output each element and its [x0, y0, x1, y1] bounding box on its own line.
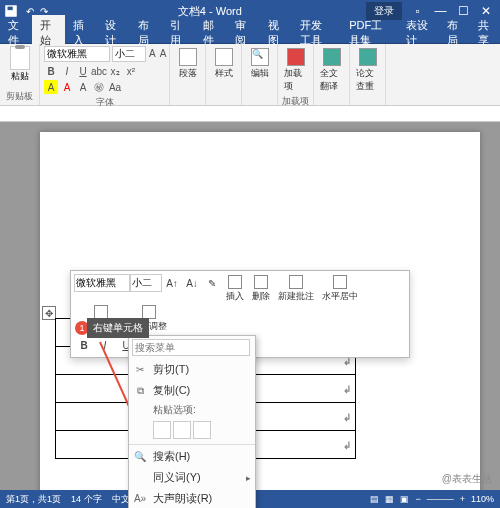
- table-cell[interactable]: ↲: [256, 431, 356, 459]
- paste-keep-icon[interactable]: [153, 421, 171, 439]
- paste-label: 粘贴: [11, 70, 29, 83]
- strike-icon[interactable]: abc: [92, 64, 106, 78]
- ruler[interactable]: [0, 106, 500, 122]
- font-color-icon[interactable]: A: [60, 80, 74, 94]
- svg-rect-1: [8, 7, 13, 11]
- char-shading-icon[interactable]: A: [76, 80, 90, 94]
- menu-copy[interactable]: ⧉复制(C): [129, 380, 255, 401]
- shrink-font-icon[interactable]: A: [159, 46, 168, 60]
- table-move-handle[interactable]: ✥: [42, 306, 56, 320]
- tab-tbllayout[interactable]: 布局: [439, 15, 471, 51]
- mini-bold-icon[interactable]: B: [74, 336, 94, 354]
- paste-icon[interactable]: [10, 46, 30, 70]
- clipboard-group: 剪贴板: [4, 90, 35, 103]
- zoom-out-icon[interactable]: −: [415, 494, 420, 504]
- mini-font-name[interactable]: [74, 274, 130, 292]
- tab-tbldesign[interactable]: 表设计: [398, 15, 439, 51]
- clear-format-icon[interactable]: Aa: [108, 80, 122, 94]
- thesis-button[interactable]: 论文查重: [354, 46, 381, 95]
- find-icon: 🔍: [251, 48, 269, 66]
- speaker-icon: A»: [133, 492, 147, 506]
- mini-paint-icon[interactable]: ✎: [202, 274, 222, 292]
- styles-button[interactable]: 样式: [210, 46, 237, 82]
- editing-button[interactable]: 🔍编辑: [246, 46, 273, 82]
- mini-halign-button[interactable]: 水平居中: [318, 274, 362, 304]
- watermark: @表表生活: [442, 472, 492, 486]
- paragraph-button[interactable]: 段落: [174, 46, 201, 82]
- cut-icon: ✂: [133, 363, 147, 377]
- zoom-level[interactable]: 110%: [471, 494, 494, 504]
- grow-font-icon[interactable]: A: [148, 46, 157, 60]
- mini-italic-icon[interactable]: I: [95, 336, 115, 354]
- table-cell[interactable]: ↲: [256, 403, 356, 431]
- highlight-icon[interactable]: A: [44, 80, 58, 94]
- enclose-icon[interactable]: ㊙: [92, 80, 106, 94]
- share-button[interactable]: 共享: [472, 15, 500, 51]
- mini-delete-button[interactable]: 删除: [248, 274, 274, 304]
- translate-button[interactable]: 全文翻译: [318, 46, 345, 95]
- paste-options: [129, 419, 255, 443]
- copy-icon: ⧉: [133, 384, 147, 398]
- paste-text-icon[interactable]: [193, 421, 211, 439]
- menu-readaloud[interactable]: A»大声朗读(R): [129, 488, 255, 508]
- mini-shrink-icon[interactable]: A↓: [182, 274, 202, 292]
- paste-options-label: 粘贴选项:: [129, 401, 255, 419]
- view-print-icon[interactable]: ▦: [385, 494, 394, 504]
- menu-cut[interactable]: ✂剪切(T): [129, 359, 255, 380]
- superscript-icon[interactable]: x²: [124, 64, 138, 78]
- menu-search-input[interactable]: [132, 339, 250, 356]
- zoom-in-icon[interactable]: +: [460, 494, 465, 504]
- menu-search[interactable]: 🔍搜索(H): [129, 446, 255, 467]
- bold-icon[interactable]: B: [44, 64, 58, 78]
- mini-insert-button[interactable]: 插入: [222, 274, 248, 304]
- italic-icon[interactable]: I: [60, 64, 74, 78]
- view-web-icon[interactable]: ▣: [400, 494, 409, 504]
- annotation-1: 1右键单元格: [75, 318, 149, 338]
- search-icon: 🔍: [133, 450, 147, 464]
- status-words[interactable]: 14 个字: [71, 493, 102, 506]
- underline-icon[interactable]: U: [76, 64, 90, 78]
- addins-button[interactable]: 加载项: [282, 46, 309, 95]
- mini-comment-button[interactable]: 新建批注: [274, 274, 318, 304]
- font-size-select[interactable]: [112, 46, 146, 62]
- menu-synonym[interactable]: 同义词(Y)▸: [129, 467, 255, 488]
- context-menu: ✂剪切(T) ⧉复制(C) 粘贴选项: 🔍搜索(H) 同义词(Y)▸ A»大声朗…: [128, 335, 256, 508]
- status-page[interactable]: 第1页，共1页: [6, 493, 61, 506]
- table-cell[interactable]: ↲: [256, 375, 356, 403]
- subscript-icon[interactable]: x₂: [108, 64, 122, 78]
- zoom-slider[interactable]: ———: [427, 494, 454, 504]
- view-read-icon[interactable]: ▤: [370, 494, 379, 504]
- mini-grow-icon[interactable]: A↑: [162, 274, 182, 292]
- font-name-select[interactable]: [44, 46, 110, 62]
- mini-font-size[interactable]: [130, 274, 162, 292]
- paste-merge-icon[interactable]: [173, 421, 191, 439]
